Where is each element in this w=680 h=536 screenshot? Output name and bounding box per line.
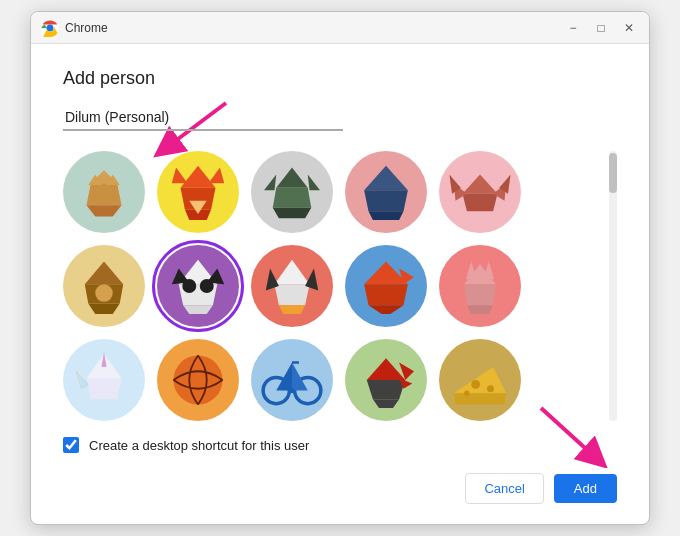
avatar-basketball[interactable]	[157, 339, 239, 421]
titlebar: Chrome − □ ✕	[31, 12, 649, 44]
svg-marker-39	[275, 260, 310, 285]
svg-marker-45	[364, 284, 408, 305]
svg-marker-65	[367, 358, 406, 380]
svg-marker-11	[209, 168, 225, 184]
svg-marker-22	[463, 175, 498, 194]
avatar-cat[interactable]	[63, 151, 145, 233]
svg-marker-57	[76, 371, 88, 389]
svg-marker-50	[466, 262, 477, 280]
svg-marker-18	[364, 166, 408, 191]
svg-marker-10	[172, 168, 188, 184]
shortcut-checkbox-label: Create a desktop shortcut for this user	[89, 438, 309, 453]
svg-marker-40	[275, 284, 310, 305]
avatar-bird2[interactable]	[345, 245, 427, 327]
svg-point-37	[182, 279, 196, 293]
svg-point-31	[95, 284, 113, 302]
svg-marker-66	[367, 380, 406, 399]
avatar-grid	[63, 151, 603, 421]
svg-point-73	[487, 385, 494, 392]
cancel-button[interactable]: Cancel	[465, 473, 543, 504]
svg-point-64	[289, 388, 294, 393]
avatar-scroll-area	[63, 151, 617, 421]
avatar-cheese[interactable]	[439, 339, 521, 421]
svg-marker-34	[183, 305, 213, 314]
chrome-logo	[41, 19, 59, 37]
svg-marker-15	[273, 208, 312, 219]
avatar-crab[interactable]	[439, 151, 521, 233]
maximize-button[interactable]: □	[591, 18, 611, 38]
add-button[interactable]: Add	[554, 474, 617, 503]
shortcut-checkbox-row: Create a desktop shortcut for this user	[63, 437, 617, 453]
svg-marker-52	[467, 305, 493, 314]
footer-buttons: Cancel Add	[63, 473, 617, 504]
svg-marker-3	[87, 183, 122, 205]
svg-marker-43	[279, 305, 305, 314]
dialog-content: Add person	[31, 44, 649, 524]
avatar-penguin[interactable]	[251, 245, 333, 327]
shortcut-checkbox[interactable]	[63, 437, 79, 453]
svg-marker-16	[308, 175, 320, 191]
svg-marker-70	[454, 367, 507, 393]
name-input-wrapper	[63, 105, 617, 131]
svg-marker-49	[464, 284, 496, 305]
svg-point-38	[200, 279, 214, 293]
titlebar-controls: − □ ✕	[563, 18, 639, 38]
avatar-monkey[interactable]	[63, 245, 145, 327]
avatar-panda[interactable]	[157, 245, 239, 327]
avatar-elephant[interactable]	[345, 151, 427, 233]
svg-marker-14	[273, 188, 312, 208]
titlebar-title: Chrome	[65, 21, 563, 35]
svg-point-72	[471, 380, 480, 389]
svg-marker-7	[181, 166, 216, 188]
svg-marker-13	[276, 168, 308, 188]
avatar-rabbit[interactable]	[439, 245, 521, 327]
svg-marker-28	[85, 262, 124, 285]
chrome-dialog-window: Chrome − □ ✕ Add person	[30, 11, 650, 525]
close-button[interactable]: ✕	[619, 18, 639, 38]
name-input[interactable]	[63, 105, 343, 131]
svg-marker-68	[373, 399, 399, 408]
svg-marker-54	[87, 378, 122, 399]
svg-marker-51	[484, 262, 495, 280]
svg-marker-4	[87, 205, 122, 216]
svg-point-58	[174, 356, 223, 405]
dialog-heading: Add person	[63, 68, 617, 89]
svg-marker-23	[463, 194, 498, 212]
avatar-bicycle[interactable]	[251, 339, 333, 421]
svg-marker-30	[88, 304, 120, 315]
avatar-dragon[interactable]	[251, 151, 333, 233]
svg-point-74	[464, 391, 469, 396]
svg-marker-17	[264, 175, 276, 191]
svg-marker-20	[369, 211, 404, 220]
scrollbar-thumb	[609, 153, 617, 193]
avatar-robin[interactable]	[345, 339, 427, 421]
avatar-scrollbar[interactable]	[609, 151, 617, 421]
avatar-fox[interactable]	[157, 151, 239, 233]
avatar-unicorn[interactable]	[63, 339, 145, 421]
minimize-button[interactable]: −	[563, 18, 583, 38]
svg-marker-47	[369, 305, 404, 314]
svg-marker-71	[454, 393, 507, 404]
